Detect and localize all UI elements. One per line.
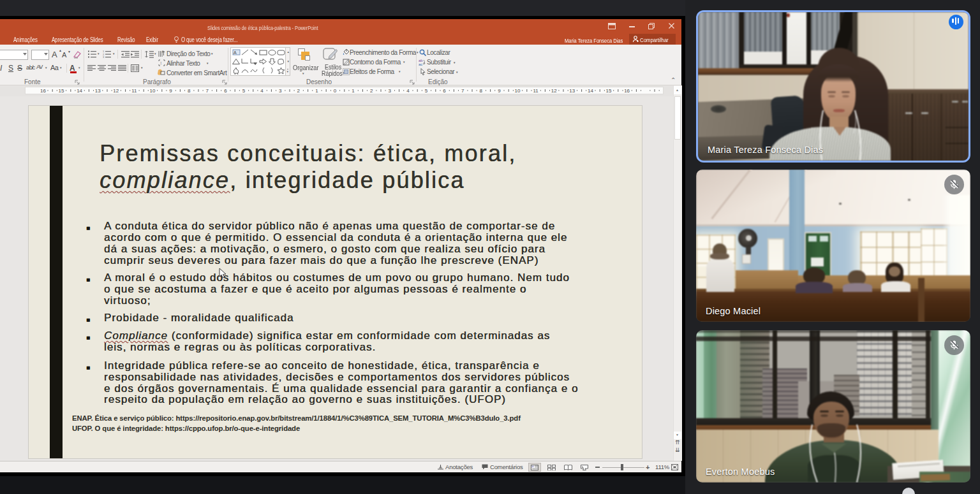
svg-text:3: 3 <box>279 88 282 94</box>
svg-text:1: 1 <box>315 88 318 94</box>
svg-text:14: 14 <box>77 88 82 94</box>
svg-text:6: 6 <box>443 88 446 94</box>
svg-text:12: 12 <box>113 88 119 94</box>
svg-text:10: 10 <box>150 88 156 94</box>
svg-text:11: 11 <box>131 88 137 94</box>
svg-text:8: 8 <box>480 88 483 94</box>
svg-text:3: 3 <box>389 88 392 94</box>
svg-text:10: 10 <box>515 88 521 94</box>
svg-text:13: 13 <box>569 88 575 94</box>
svg-text:ac: ac <box>419 62 422 66</box>
svg-text:6: 6 <box>224 88 227 94</box>
svg-text:0: 0 <box>334 88 337 94</box>
svg-text:A: A <box>234 50 237 55</box>
svg-text:11: 11 <box>533 88 538 94</box>
svg-text:15: 15 <box>59 88 64 94</box>
svg-text:↕: ↕ <box>160 61 163 65</box>
svg-text:16: 16 <box>40 88 46 94</box>
svg-text:4: 4 <box>406 88 410 94</box>
svg-text:16: 16 <box>624 88 630 94</box>
svg-text:2: 2 <box>297 88 301 94</box>
svg-text:7: 7 <box>461 88 464 94</box>
svg-text:2: 2 <box>370 88 373 94</box>
svg-text:9: 9 <box>498 88 501 94</box>
svg-text:7: 7 <box>206 88 209 94</box>
svg-text:15: 15 <box>606 88 612 94</box>
svg-text:14: 14 <box>588 88 593 94</box>
svg-text:12: 12 <box>551 88 557 94</box>
svg-text:8: 8 <box>188 88 191 94</box>
svg-text:3: 3 <box>103 55 105 58</box>
svg-text:9: 9 <box>169 88 172 94</box>
svg-text:1: 1 <box>352 88 355 94</box>
svg-text:5: 5 <box>425 88 428 94</box>
svg-text:4: 4 <box>260 88 264 94</box>
svg-text:13: 13 <box>95 88 101 94</box>
svg-text:5: 5 <box>242 88 246 94</box>
